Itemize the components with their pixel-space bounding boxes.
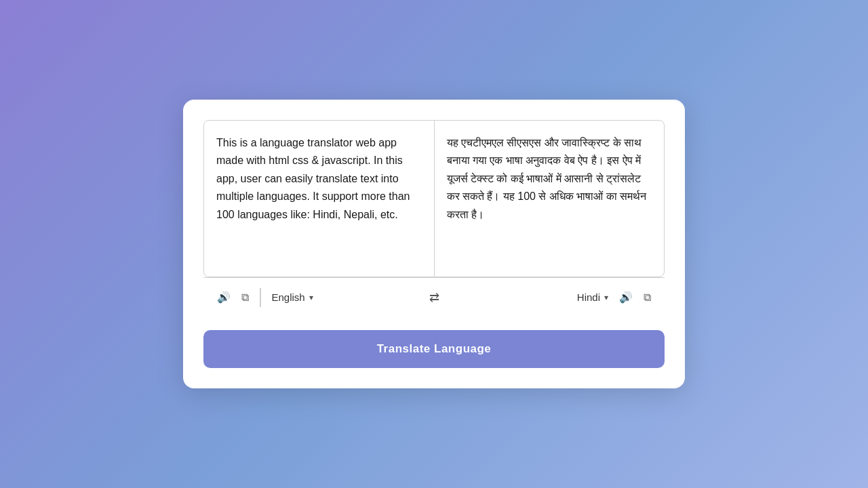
source-language-label: English: [272, 291, 305, 303]
target-speaker-button[interactable]: 🔊: [614, 287, 638, 308]
swap-language-button[interactable]: ⇄: [422, 286, 446, 309]
left-divider: [260, 288, 261, 307]
source-copy-icon: ⧉: [241, 291, 249, 304]
source-chevron-icon: ▾: [309, 293, 313, 302]
source-text: This is a language translator web app ma…: [216, 134, 422, 224]
right-controls: Hindi ▾ 🔊 ⧉: [446, 287, 657, 308]
target-chevron-icon: ▾: [604, 293, 608, 302]
source-speaker-button[interactable]: 🔊: [212, 287, 236, 308]
source-text-panel[interactable]: This is a language translator web app ma…: [204, 121, 435, 277]
source-speaker-icon: 🔊: [217, 291, 231, 304]
source-copy-button[interactable]: ⧉: [236, 287, 254, 308]
source-language-selector[interactable]: English ▾: [267, 289, 319, 306]
translated-text-panel[interactable]: यह एचटीएमएल सीएसएस और जावास्क्रिप्ट के स…: [435, 121, 665, 277]
target-copy-button[interactable]: ⧉: [638, 287, 656, 308]
translate-button[interactable]: Translate Language: [203, 330, 665, 368]
translation-area: This is a language translator web app ma…: [203, 120, 665, 277]
swap-icon: ⇄: [429, 290, 439, 305]
left-controls: 🔊 ⧉ English ▾: [212, 287, 422, 308]
target-copy-icon: ⧉: [644, 291, 651, 304]
translator-card: This is a language translator web app ma…: [183, 100, 685, 388]
target-language-selector[interactable]: Hindi ▾: [572, 289, 614, 306]
center-swap-area: ⇄: [422, 286, 446, 309]
controls-bar: 🔊 ⧉ English ▾ ⇄ Hindi ▾ 🔊: [203, 277, 665, 317]
target-speaker-icon: 🔊: [619, 291, 633, 304]
translated-text: यह एचटीएमएल सीएसएस और जावास्क्रिप्ट के स…: [447, 134, 652, 224]
target-language-label: Hindi: [577, 291, 600, 303]
